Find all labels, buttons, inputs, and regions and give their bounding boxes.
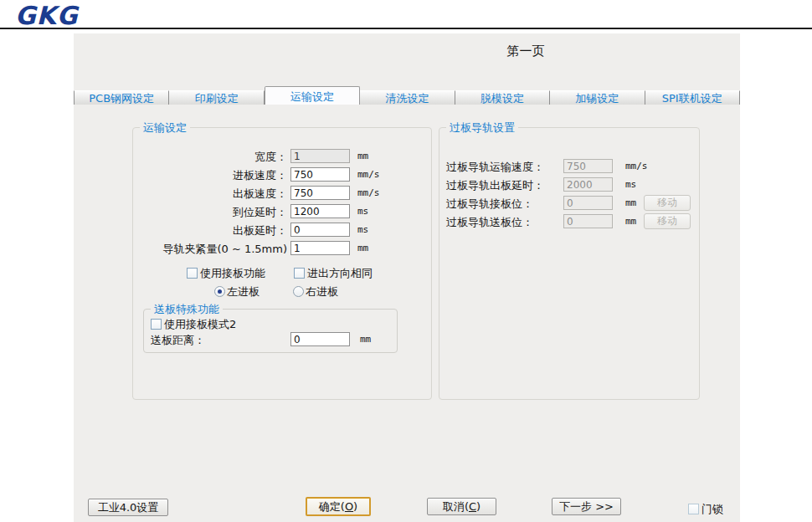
arrival-delay-row: 到位延时： ms <box>133 204 431 219</box>
width-row: 宽度： mm <box>133 149 431 164</box>
door-lock-label: 门锁 <box>702 503 723 515</box>
width-input <box>290 149 350 163</box>
board-in-speed-input[interactable] <box>290 167 350 182</box>
rail-clamp-unit: mm <box>357 243 368 253</box>
board-out-delay-label: 出板延时： <box>135 223 287 238</box>
rail-board-out-delay-label: 过板导轨出板延时： <box>446 178 544 193</box>
cancel-button-text: 取消( <box>443 500 469 513</box>
rail-receive-move-button: 移动 <box>644 195 691 211</box>
board-out-speed-input[interactable] <box>290 186 350 200</box>
left-board-entry-label: 左进板 <box>227 285 260 298</box>
next-step-button[interactable]: 下一步 >> <box>552 498 621 515</box>
cancel-button-text-suffix: ) <box>476 500 481 513</box>
page-title: 第一页 <box>475 44 576 59</box>
transport-group-title: 运输设定 <box>140 120 190 136</box>
arrival-delay-unit: ms <box>357 206 368 217</box>
board-out-speed-row: 出板速度： mm/s <box>133 186 431 201</box>
right-board-entry-label: 右进板 <box>306 285 338 298</box>
rail-board-out-delay-input <box>563 177 613 192</box>
board-out-delay-unit: ms <box>357 224 368 235</box>
tab-solder-add-settings[interactable]: 加锡设定 <box>550 90 645 105</box>
arrival-delay-input[interactable] <box>290 204 350 218</box>
board-feed-special-group: 送板特殊功能 使用接板模式2 送板距离： mm <box>143 309 398 353</box>
board-feed-distance-row: 送板距离： mm <box>144 332 397 347</box>
tab-spi-link-settings[interactable]: SPI联机设定 <box>645 90 740 105</box>
radio-selected-icon <box>214 286 225 297</box>
ok-button-mnemonic: O <box>345 500 353 513</box>
rail-transport-speed-input <box>563 159 613 173</box>
rail-receive-position-row: 过板导轨接板位： mm 移动 <box>439 196 699 211</box>
rail-send-move-button: 移动 <box>644 213 691 229</box>
rail-clamp-row: 导轨夹紧量(0 ~ 1.5mm) mm <box>133 241 431 256</box>
radio-icon <box>293 286 304 297</box>
rail-group-title: 过板导轨设置 <box>446 120 518 136</box>
transport-settings-group: 运输设定 宽度： mm 进板速度： mm/s 出板速度： mm/s 到位延时： … <box>132 127 432 400</box>
rail-transport-speed-unit: mm/s <box>625 161 648 171</box>
door-lock-checkbox[interactable]: 门锁 <box>688 502 723 517</box>
tab-print-settings[interactable]: 印刷设定 <box>169 90 264 105</box>
board-in-speed-row: 进板速度： mm/s <box>133 167 431 182</box>
rail-transport-speed-label: 过板导轨运输速度： <box>446 160 544 175</box>
ok-button[interactable]: 确定(O) <box>306 497 371 516</box>
width-label: 宽度： <box>135 150 287 165</box>
board-in-speed-label: 进板速度： <box>135 168 287 183</box>
use-board-relay-checkbox[interactable]: 使用接板功能 <box>187 264 265 281</box>
same-in-out-direction-label: 进出方向相同 <box>307 267 373 279</box>
board-in-speed-unit: mm/s <box>357 169 380 180</box>
rail-send-position-row: 过板导轨送板位： mm 移动 <box>439 214 699 229</box>
same-in-out-direction-checkbox[interactable]: 进出方向相同 <box>294 264 373 281</box>
arrival-delay-label: 到位延时： <box>135 205 287 220</box>
rail-send-position-label: 过板导轨送板位： <box>446 215 533 230</box>
left-board-entry-radio[interactable]: 左进板 <box>214 283 260 299</box>
tab-transport-settings[interactable]: 运输设定 <box>265 86 360 105</box>
rail-clamp-input[interactable] <box>290 241 350 255</box>
board-feed-distance-unit: mm <box>360 334 371 345</box>
width-unit: mm <box>357 151 368 161</box>
rail-clamp-label: 导轨夹紧量(0 ~ 1.5mm) <box>135 242 287 257</box>
gkg-logo: GKG <box>15 1 79 30</box>
checkbox-icon <box>187 268 198 279</box>
board-out-delay-row: 出板延时： ms <box>133 223 431 238</box>
rail-receive-position-label: 过板导轨接板位： <box>446 197 533 212</box>
board-feed-distance-input[interactable] <box>290 332 350 346</box>
use-relay-mode2-label: 使用接板模式2 <box>164 318 236 330</box>
checkbox-icon <box>688 504 699 514</box>
rail-send-position-input <box>563 214 613 228</box>
tab-clean-settings[interactable]: 清洗设定 <box>360 90 455 105</box>
board-out-speed-unit: mm/s <box>357 187 380 198</box>
page-root: GKG 第一页 PCB钢网设定 印刷设定 运输设定 清洗设定 脱模设定 加锡设定… <box>0 0 812 522</box>
industry40-settings-button[interactable]: 工业4.0设置 <box>88 499 168 516</box>
header-divider <box>0 28 812 29</box>
checkbox-icon <box>294 268 305 279</box>
rail-receive-position-unit: mm <box>625 197 636 208</box>
use-relay-mode2-checkbox[interactable]: 使用接板模式2 <box>151 315 236 332</box>
tab-pcb-stencil-settings[interactable]: PCB钢网设定 <box>74 90 169 105</box>
use-board-relay-label: 使用接板功能 <box>200 267 265 279</box>
tab-demold-settings[interactable]: 脱模设定 <box>455 90 550 105</box>
board-out-speed-label: 出板速度： <box>135 187 287 202</box>
cancel-button-mnemonic: C <box>469 500 476 513</box>
rail-receive-position-input <box>563 196 613 210</box>
rail-board-out-delay-row: 过板导轨出板延时： ms <box>439 177 699 192</box>
rail-settings-group: 过板导轨设置 过板导轨运输速度： mm/s 过板导轨出板延时： ms 过板导轨接… <box>439 127 700 400</box>
settings-dialog: 第一页 PCB钢网设定 印刷设定 运输设定 清洗设定 脱模设定 加锡设定 SPI… <box>74 33 740 522</box>
rail-transport-speed-row: 过板导轨运输速度： mm/s <box>439 159 699 174</box>
rail-send-position-unit: mm <box>625 216 636 227</box>
rail-board-out-delay-unit: ms <box>625 179 636 190</box>
ok-button-text: 确定( <box>319 500 345 513</box>
settings-tab-bar: PCB钢网设定 印刷设定 运输设定 清洗设定 脱模设定 加锡设定 SPI联机设定 <box>74 86 740 105</box>
board-feed-distance-label: 送板距离： <box>151 333 205 348</box>
cancel-button[interactable]: 取消(C) <box>427 498 496 515</box>
ok-button-text-suffix: ) <box>353 500 357 513</box>
board-out-delay-input[interactable] <box>290 223 350 237</box>
right-board-entry-radio[interactable]: 右进板 <box>293 283 338 299</box>
checkbox-icon <box>151 319 162 330</box>
